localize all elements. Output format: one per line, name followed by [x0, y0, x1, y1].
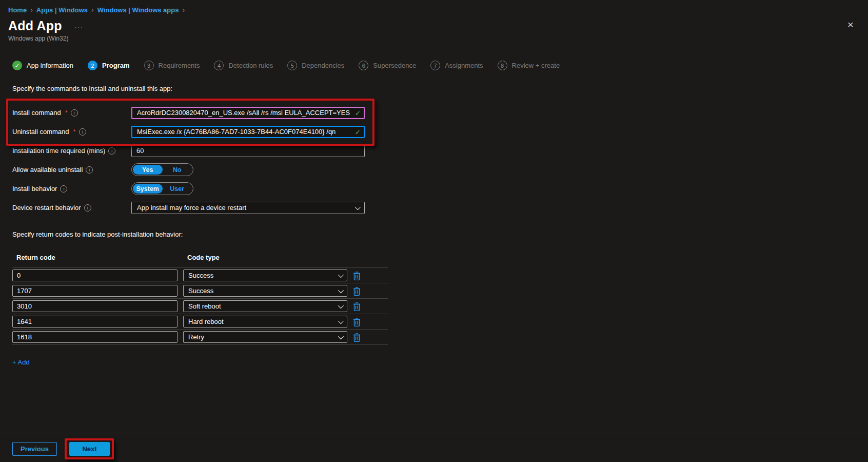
install-behavior-toggle: System User — [131, 182, 193, 195]
step-label: Review + create — [512, 62, 560, 69]
return-code-input[interactable] — [12, 285, 177, 297]
return-code-input[interactable] — [12, 331, 177, 343]
return-code-row: Retry — [12, 330, 388, 344]
step-requirements: 3 Requirements — [144, 61, 200, 70]
return-code-column-header: Return code — [16, 254, 187, 261]
allow-uninstall-no[interactable]: No — [163, 165, 192, 175]
trash-icon — [353, 302, 361, 311]
code-type-dropdown[interactable]: Retry — [183, 331, 347, 343]
step-label: Detection rules — [228, 62, 273, 69]
install-behavior-user[interactable]: User — [163, 184, 192, 194]
step-assignments: 7 Assignments — [430, 61, 483, 70]
chevron-down-icon — [338, 272, 344, 277]
required-asterisk: * — [73, 128, 76, 136]
code-type-dropdown[interactable]: Hard reboot — [183, 316, 347, 328]
breadcrumb-home[interactable]: Home — [8, 6, 27, 14]
uninstall-command-label: Uninstall command — [12, 128, 69, 136]
code-type-dropdown[interactable]: Success — [183, 285, 347, 297]
table-divider — [12, 344, 388, 345]
install-command-input[interactable] — [131, 107, 365, 119]
uninstall-command-input[interactable] — [131, 126, 365, 138]
delete-row-button[interactable] — [353, 317, 361, 326]
code-type-dropdown[interactable]: Success — [183, 270, 347, 281]
step-number: 2 — [88, 61, 97, 70]
return-code-input[interactable] — [12, 270, 177, 281]
uninstall-command-row: Uninstall command* i ✓ — [12, 122, 868, 141]
return-codes-table: Return code Code type Success Success — [12, 249, 388, 345]
info-icon[interactable]: i — [86, 166, 93, 174]
step-label: Program — [102, 62, 129, 69]
info-icon[interactable]: i — [60, 185, 67, 192]
chevron-down-icon — [338, 302, 344, 308]
return-code-row: Success — [12, 283, 388, 298]
delete-row-button[interactable] — [353, 271, 361, 280]
install-behavior-label: Install behavior — [12, 185, 57, 192]
trash-icon — [353, 317, 361, 326]
chevron-down-icon — [338, 333, 344, 339]
install-command-row: Install command* i ✓ — [12, 103, 868, 122]
add-return-code-link[interactable]: + Add — [12, 358, 868, 366]
commands-section-heading: Specify the commands to install and unin… — [12, 85, 868, 92]
page-title: Add App — [8, 18, 62, 33]
code-type-value: Success — [188, 272, 213, 279]
chevron-down-icon — [338, 318, 344, 323]
step-program[interactable]: 2 Program — [88, 61, 129, 70]
step-dependencies: 5 Dependencies — [287, 61, 344, 70]
page-subtitle: Windows app (Win32) — [8, 35, 868, 42]
trash-icon — [353, 271, 361, 280]
return-code-input[interactable] — [12, 316, 177, 328]
allow-uninstall-row: Allow available uninstall i Yes No — [12, 160, 868, 179]
breadcrumb-apps-windows[interactable]: Apps | Windows — [36, 6, 88, 14]
allow-uninstall-yes[interactable]: Yes — [133, 165, 163, 175]
install-behavior-system[interactable]: System — [133, 184, 163, 194]
return-code-row: Success — [12, 268, 388, 283]
restart-behavior-label: Device restart behavior — [12, 204, 81, 211]
delete-row-button[interactable] — [353, 333, 361, 342]
step-number: 7 — [430, 61, 440, 70]
step-label: Requirements — [159, 62, 200, 69]
install-time-input[interactable] — [131, 145, 365, 157]
previous-button[interactable]: Previous — [12, 442, 57, 456]
step-number: 5 — [287, 61, 297, 70]
restart-behavior-row: Device restart behavior i App install ma… — [12, 198, 868, 217]
required-asterisk: * — [65, 109, 68, 117]
step-detection-rules: 4 Detection rules — [214, 61, 273, 70]
code-type-value: Retry — [188, 333, 204, 341]
step-label: Dependencies — [302, 62, 344, 69]
install-time-row: Installation time required (mins) i — [12, 141, 868, 160]
breadcrumb-windows-apps[interactable]: Windows | Windows apps — [97, 6, 179, 14]
info-icon[interactable]: i — [108, 147, 115, 155]
info-icon[interactable]: i — [71, 109, 78, 117]
step-label: Assignments — [445, 62, 483, 69]
step-done-check-icon: ✓ — [12, 61, 22, 70]
breadcrumb-chevron-icon: › — [30, 6, 33, 14]
trash-icon — [353, 333, 361, 342]
close-icon[interactable]: × — [847, 20, 854, 30]
code-type-value: Hard reboot — [188, 318, 224, 325]
breadcrumb-chevron-icon: › — [182, 6, 185, 14]
step-label: App information — [27, 62, 73, 69]
code-type-dropdown[interactable]: Soft reboot — [183, 300, 347, 312]
trash-icon — [353, 286, 361, 296]
install-time-label: Installation time required (mins) — [12, 147, 105, 155]
delete-row-button[interactable] — [353, 302, 361, 311]
restart-behavior-value: App install may force a device restart — [137, 204, 246, 211]
info-icon[interactable]: i — [84, 204, 91, 211]
step-number: 4 — [214, 61, 224, 70]
breadcrumb-chevron-icon: › — [91, 6, 94, 14]
wizard-footer: Previous Next — [0, 433, 868, 456]
return-code-row: Soft reboot — [12, 299, 388, 314]
restart-behavior-dropdown[interactable]: App install may force a device restart — [131, 202, 365, 214]
delete-row-button[interactable] — [353, 286, 361, 296]
allow-uninstall-label: Allow available uninstall — [12, 166, 83, 174]
step-review-create: 8 Review + create — [498, 61, 560, 70]
step-app-information[interactable]: ✓ App information — [12, 61, 73, 70]
chevron-down-icon — [355, 204, 361, 209]
step-supersedence: 6 Supersedence — [359, 61, 416, 70]
return-code-input[interactable] — [12, 300, 177, 312]
info-icon[interactable]: i — [79, 128, 86, 136]
code-type-value: Soft reboot — [188, 302, 221, 310]
code-type-value: Success — [188, 287, 213, 295]
next-button[interactable]: Next — [69, 442, 110, 456]
overflow-menu-button[interactable]: ··· — [74, 23, 84, 31]
